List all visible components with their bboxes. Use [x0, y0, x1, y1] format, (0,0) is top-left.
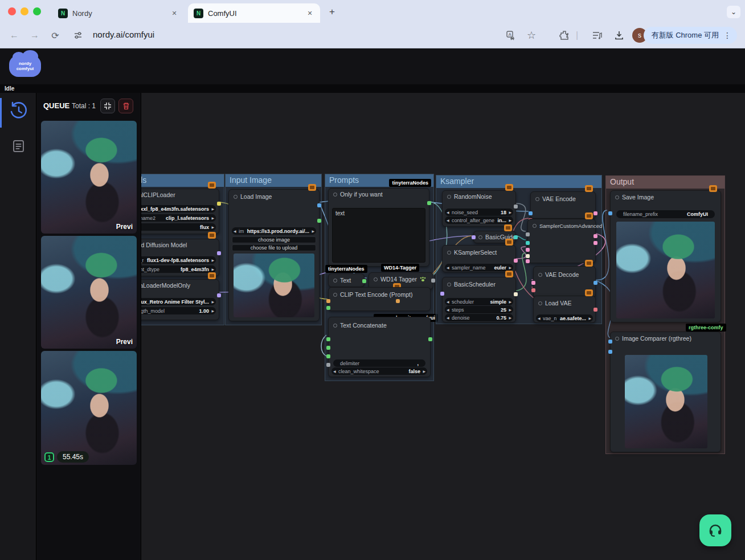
translate-icon[interactable]: A — [505, 29, 517, 42]
group-title[interactable]: Output — [606, 176, 724, 189]
output-slot-text[interactable] — [427, 201, 431, 205]
site-info-icon[interactable] — [72, 29, 84, 42]
clear-queue-button[interactable] — [118, 99, 133, 113]
node-clip-text-encode[interactable]: CLIP Text Encode (Prompt) — [328, 287, 431, 311]
node-collapse-dot[interactable] — [333, 293, 337, 297]
output-slot-output[interactable] — [593, 234, 597, 238]
window-close-button[interactable] — [8, 7, 16, 15]
collapse-queue-button[interactable] — [100, 99, 115, 113]
queue-preview-item[interactable]: Previ — [41, 121, 137, 234]
input-slot-model[interactable] — [440, 292, 444, 296]
widget-sampler-name[interactable]: sampler_nameeuler — [445, 264, 513, 271]
output-slot-noise[interactable] — [514, 205, 518, 209]
input-slot-pixels[interactable] — [529, 211, 533, 215]
output-slot-vae[interactable] — [593, 308, 597, 312]
node-image-comparer[interactable]: Image Comparer (rgthree) — [610, 332, 721, 452]
bookmark-star-icon[interactable]: ☆ — [525, 29, 538, 42]
sidebar-item-workflows[interactable] — [11, 138, 27, 154]
input-slot-noise[interactable] — [526, 232, 530, 236]
group-output[interactable]: Output Save Image filename_prefixComfyUI… — [605, 175, 725, 454]
node-text-concatenate[interactable]: Text Concatenate delimiter, clean_whites… — [328, 317, 431, 377]
output-slot-mask[interactable] — [317, 219, 321, 223]
widget-weight-dtype[interactable]: weight_dtypefp8_e4m3fn — [141, 265, 216, 273]
input-slot-latent-image[interactable] — [526, 259, 530, 263]
node-collapse-dot[interactable] — [538, 273, 542, 277]
back-icon[interactable]: ← — [8, 29, 21, 42]
widget-steps[interactable]: steps25 — [445, 306, 513, 313]
widget-scheduler[interactable]: schedulersimple — [445, 298, 513, 305]
input-slot-images[interactable] — [608, 211, 612, 215]
node-load-diffusion-model[interactable]: Load Diffusion Model unet_nameflux1-dev-… — [141, 239, 219, 276]
widget-control-after-generate[interactable]: control_after_generatein... — [445, 216, 513, 224]
node-collapse-dot[interactable] — [533, 224, 537, 228]
output-slot-text[interactable] — [362, 279, 366, 283]
widget-strength-model[interactable]: strength_model1.00 — [141, 307, 216, 314]
node-collapse-dot[interactable] — [615, 337, 619, 341]
group-title[interactable]: Ksampler — [436, 175, 601, 188]
output-slot[interactable] — [431, 279, 435, 283]
node-collapse-dot[interactable] — [447, 283, 451, 287]
node-collapse-dot[interactable] — [333, 279, 337, 283]
sidebar-item-queue-history[interactable] — [9, 101, 28, 120]
widget-noise-seed[interactable]: noise_seed18 — [445, 209, 513, 216]
group-ksampler[interactable]: Ksampler RandomNoise noise_seed18 contro… — [436, 175, 602, 324]
node-collapse-dot[interactable] — [374, 277, 378, 281]
node-dualcliploader[interactable]: DualCLIPLoader clip_name1t5xxl_fp8_e4m3f… — [141, 189, 219, 234]
output-slot-clip[interactable] — [217, 202, 221, 206]
node-collapse-dot[interactable] — [234, 195, 238, 199]
node-load-image[interactable]: Load Image imagehttps://s3.prod.nordy.ai… — [228, 189, 320, 321]
widget-unet-name[interactable]: unet_nameflux1-dev-fp8.safetensors — [141, 256, 216, 264]
tab-close-icon[interactable]: ✕ — [170, 9, 179, 18]
input-slot-clip[interactable] — [326, 299, 330, 303]
queue-preview-item[interactable]: Previ — [41, 236, 137, 349]
node-note[interactable]: Only if you want text — [328, 188, 429, 267]
group-title[interactable]: Input Image — [226, 174, 321, 187]
widget-lora-name[interactable]: lora_nameFLux_Retro Anime Filter Styl... — [141, 298, 216, 305]
output-slot-denoised[interactable] — [593, 241, 597, 245]
widget-denoise[interactable]: denoise0.75 — [445, 314, 513, 321]
node-collapse-dot[interactable] — [333, 193, 337, 197]
widget-filename-prefix[interactable]: filename_prefixComfyUI — [616, 210, 715, 218]
forward-icon[interactable]: → — [28, 29, 41, 42]
node-collapse-dot[interactable] — [538, 301, 542, 305]
input-slot-guider[interactable] — [526, 241, 530, 245]
widget-type[interactable]: typeflux — [141, 223, 216, 231]
input-slot-image-a[interactable] — [608, 340, 612, 344]
browser-menu-icon[interactable]: ⋮ — [723, 31, 731, 40]
widget-vae-name[interactable]: vae_nameae.safete... — [536, 314, 593, 322]
extensions-icon[interactable] — [558, 29, 571, 42]
output-slot-text[interactable] — [428, 337, 432, 341]
input-slot-text[interactable] — [326, 306, 330, 310]
nordy-comfyui-logo[interactable]: nordy comfyui — [9, 55, 41, 77]
input-slot-sigmas[interactable] — [526, 254, 530, 258]
node-collapse-dot[interactable] — [447, 195, 451, 199]
input-slot-samples[interactable] — [531, 281, 535, 285]
input-slot-vae[interactable] — [531, 288, 535, 292]
output-slot-model[interactable] — [217, 293, 221, 297]
node-samplercustomadvanced[interactable]: SamplerCustomAdvanced — [527, 219, 596, 263]
output-slot-sigmas[interactable] — [514, 292, 518, 296]
input-slot-text-b[interactable] — [326, 346, 330, 350]
node-text[interactable]: Text — [328, 273, 365, 287]
note-textarea[interactable]: text — [332, 208, 425, 263]
choose-file-button[interactable]: choose file to upload — [232, 244, 316, 251]
node-collapse-dot[interactable] — [615, 195, 619, 199]
output-slot-guider[interactable] — [514, 235, 518, 239]
input-slot-sampler[interactable] — [526, 248, 530, 252]
node-basicscheduler[interactable]: BasicScheduler schedulersimple steps25 d… — [442, 277, 516, 322]
window-minimize-button[interactable] — [21, 7, 28, 15]
tab-comfyui[interactable]: N ComfyUI ✕ — [188, 3, 320, 23]
new-tab-button[interactable]: + — [326, 6, 338, 18]
queue-preview-item[interactable] — [41, 351, 137, 465]
widget-delimiter[interactable]: delimiter, — [333, 359, 425, 367]
input-slot-image-b[interactable] — [608, 350, 612, 354]
input-slot-text-c[interactable] — [326, 354, 330, 358]
support-button[interactable] — [699, 514, 731, 546]
output-slot-sampler[interactable] — [514, 259, 518, 263]
node-collapse-dot[interactable] — [447, 251, 451, 255]
tab-search-chevron-icon[interactable]: ⌄ — [727, 6, 740, 18]
node-collapse-dot[interactable] — [535, 197, 539, 201]
tab-nordy[interactable]: N Nordy ✕ — [52, 3, 185, 23]
media-controls-icon[interactable] — [591, 29, 604, 42]
node-ksamplerselect[interactable]: KSamplerSelect sampler_nameeuler — [442, 245, 516, 272]
